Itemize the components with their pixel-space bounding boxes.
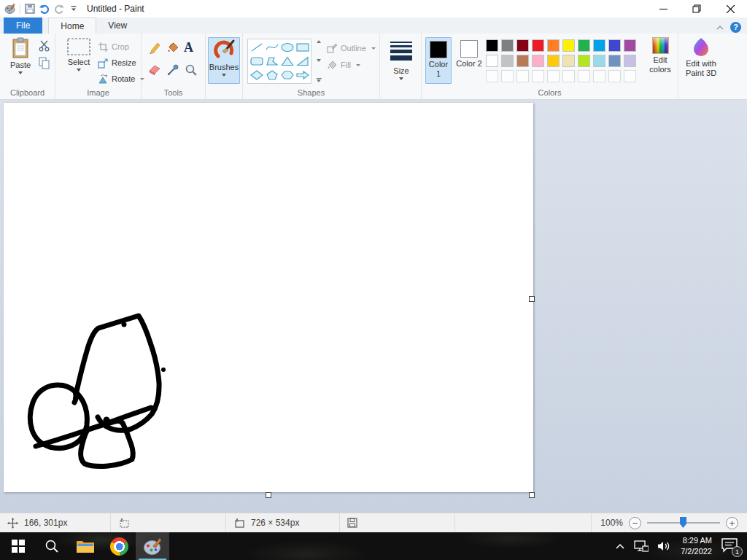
palette-swatch[interactable] xyxy=(562,55,575,67)
fill-with-color-tool-button[interactable] xyxy=(166,41,180,58)
crop-button[interactable]: Crop xyxy=(98,39,129,54)
line-size-icon xyxy=(390,42,412,61)
tab-view[interactable]: View xyxy=(96,18,139,34)
shape-rounded-rectangle-icon[interactable] xyxy=(249,54,264,68)
minimize-button[interactable] xyxy=(646,0,680,18)
tray-chevron-up-icon[interactable] xyxy=(615,543,625,550)
palette-swatch[interactable] xyxy=(501,55,514,67)
palette-swatch[interactable] xyxy=(486,55,498,67)
start-button[interactable] xyxy=(1,532,35,560)
shapes-scroll-down-icon[interactable] xyxy=(317,59,321,62)
palette-swatch[interactable] xyxy=(562,39,575,52)
shape-diamond-icon[interactable] xyxy=(249,69,264,82)
palette-swatch-empty[interactable] xyxy=(578,70,590,82)
canvas-resize-handle-corner[interactable] xyxy=(529,492,535,498)
magnifier-tool-button[interactable] xyxy=(184,63,198,80)
brushes-button[interactable]: Brushes xyxy=(208,37,240,84)
select-button[interactable]: Select xyxy=(63,37,95,71)
help-icon[interactable]: ? xyxy=(730,22,741,33)
palette-swatch[interactable] xyxy=(547,55,560,67)
zoom-in-button[interactable]: + xyxy=(726,517,738,529)
volume-icon[interactable] xyxy=(657,540,672,552)
zoom-slider[interactable] xyxy=(647,517,720,529)
palette-swatch[interactable] xyxy=(578,39,590,52)
palette-swatch[interactable] xyxy=(501,39,514,52)
palette-swatch[interactable] xyxy=(516,55,529,67)
palette-swatch[interactable] xyxy=(624,55,636,67)
palette-swatch-empty[interactable] xyxy=(593,70,605,82)
rotate-button[interactable]: Rotate xyxy=(98,71,144,86)
shapes-scroll-up-icon[interactable] xyxy=(317,40,321,43)
shape-right-triangle-icon[interactable] xyxy=(295,54,310,68)
zoom-out-button[interactable]: − xyxy=(629,517,641,529)
crop-icon xyxy=(98,42,109,52)
pencil-tool-button[interactable] xyxy=(147,41,162,58)
palette-swatch[interactable] xyxy=(608,39,621,52)
canvas-resize-handle-right[interactable] xyxy=(529,296,535,302)
shape-pentagon-icon[interactable] xyxy=(264,69,279,82)
eraser-tool-button[interactable] xyxy=(147,63,162,80)
color2-button[interactable]: Color 2 xyxy=(456,37,482,84)
palette-swatch[interactable] xyxy=(547,39,560,52)
close-button[interactable] xyxy=(713,0,747,18)
palette-swatch-empty[interactable] xyxy=(486,70,498,82)
shape-triangle-icon[interactable] xyxy=(279,54,295,68)
palette-swatch-empty[interactable] xyxy=(608,70,621,82)
taskbar-clock[interactable]: 8:29 AM 7/2/2022 xyxy=(681,535,712,557)
redo-button[interactable] xyxy=(52,1,66,16)
shape-polygon-icon[interactable] xyxy=(264,54,279,68)
save-button[interactable] xyxy=(23,1,37,16)
taskbar-file-explorer-button[interactable] xyxy=(69,532,102,560)
palette-swatch[interactable] xyxy=(578,55,590,67)
cut-button[interactable] xyxy=(38,39,50,55)
undo-button[interactable] xyxy=(37,1,52,16)
color-picker-tool-button[interactable] xyxy=(166,63,180,80)
palette-swatch-empty[interactable] xyxy=(624,70,636,82)
shape-hexagon-icon[interactable] xyxy=(279,69,295,82)
palette-swatch[interactable] xyxy=(608,55,621,67)
palette-swatch[interactable] xyxy=(516,39,529,52)
copy-button[interactable] xyxy=(38,57,50,72)
network-icon[interactable] xyxy=(634,540,649,552)
shape-right-arrow-icon[interactable] xyxy=(295,69,310,82)
size-button[interactable]: Size xyxy=(385,37,417,80)
tab-file[interactable]: File xyxy=(4,18,42,34)
shape-line-icon[interactable] xyxy=(249,40,264,54)
palette-swatch[interactable] xyxy=(593,55,605,67)
zoom-slider-handle[interactable] xyxy=(680,517,686,528)
shape-curve-icon[interactable] xyxy=(264,40,279,54)
edit-with-paint3d-button[interactable]: Edit with Paint 3D xyxy=(683,37,719,77)
shape-fill-button[interactable]: Fill xyxy=(326,58,360,72)
palette-swatch-empty[interactable] xyxy=(516,70,529,82)
palette-swatch[interactable] xyxy=(486,39,498,52)
palette-swatch-empty[interactable] xyxy=(532,70,544,82)
collapse-ribbon-chevron-icon[interactable] xyxy=(716,20,724,34)
shape-ellipse-icon[interactable] xyxy=(279,40,295,54)
palette-swatch[interactable] xyxy=(593,39,605,52)
paste-button[interactable]: Paste xyxy=(4,37,36,74)
drawing-canvas[interactable] xyxy=(4,103,533,492)
pencil-icon xyxy=(147,41,162,55)
resize-button[interactable]: Resize xyxy=(98,55,136,70)
shapes-group-label: Shapes xyxy=(243,88,379,97)
palette-swatch[interactable] xyxy=(624,39,636,52)
tab-home[interactable]: Home xyxy=(48,18,96,34)
shape-outline-button[interactable]: Outline xyxy=(326,41,376,55)
restore-button[interactable] xyxy=(680,0,713,18)
shapes-expand-icon[interactable] xyxy=(317,78,322,82)
edit-colors-button[interactable]: Edit colors xyxy=(644,37,676,74)
taskbar-chrome-button[interactable] xyxy=(102,532,136,560)
taskbar-search-button[interactable] xyxy=(35,532,69,560)
palette-swatch-empty[interactable] xyxy=(547,70,560,82)
customize-quick-access-icon[interactable] xyxy=(66,1,81,16)
palette-swatch[interactable] xyxy=(532,55,544,67)
palette-swatch-empty[interactable] xyxy=(562,70,575,82)
text-tool-button[interactable]: A xyxy=(184,41,193,55)
canvas-resize-handle-bottom[interactable] xyxy=(266,492,271,498)
taskbar-paint-button[interactable] xyxy=(136,532,169,560)
palette-swatch[interactable] xyxy=(532,39,544,52)
palette-swatch-empty[interactable] xyxy=(501,70,514,82)
action-center-button[interactable]: 1 xyxy=(721,537,740,555)
color1-button[interactable]: Color 1 xyxy=(425,37,452,84)
shape-rectangle-icon[interactable] xyxy=(295,40,310,54)
